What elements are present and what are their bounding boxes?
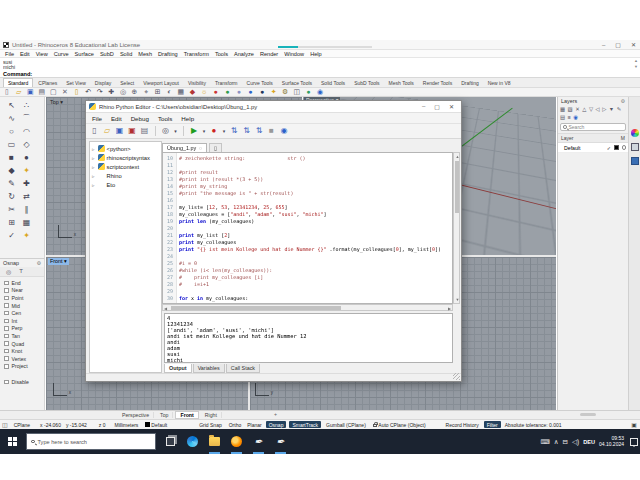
viewport-tab[interactable]: Perspective — [118, 412, 154, 418]
step-into-icon[interactable]: ⇅ — [242, 126, 251, 136]
command-scrollbar[interactable]: ▲▼ — [634, 59, 638, 69]
polygon-icon[interactable]: ◇ — [19, 139, 34, 152]
task-view-icon[interactable] — [164, 429, 177, 454]
panel-icon[interactable]: ◫ — [293, 88, 301, 96]
checkbox[interactable] — [4, 349, 9, 354]
earth-icon[interactable]: ● — [304, 88, 312, 96]
viewport-tab[interactable]: Top — [156, 412, 173, 418]
output-panel[interactable]: 412341234['andi', 'adam', 'susi', 'michi… — [164, 313, 453, 363]
checkbox[interactable] — [4, 303, 9, 308]
network-icon[interactable]: ⊟ — [563, 438, 568, 446]
gear-icon[interactable]: ⚙ — [621, 98, 625, 104]
save-script-icon[interactable]: ▣ — [115, 126, 124, 136]
toolbar-tab[interactable]: Select — [116, 79, 138, 87]
curve-icon[interactable]: ∿ — [4, 113, 19, 126]
viewport-label-top[interactable]: Top ▾ — [48, 99, 65, 106]
code-editor[interactable]: 10# zeichenkette string: str ()1112#prin… — [162, 152, 453, 304]
language-indicator[interactable]: DEU — [583, 439, 595, 445]
checkbox[interactable] — [4, 288, 9, 293]
box-icon[interactable]: ■ — [4, 152, 19, 165]
checkbox[interactable] — [4, 326, 9, 331]
color-wheel-icon[interactable] — [631, 129, 639, 137]
output-tab[interactable]: Call Stack — [226, 364, 260, 373]
toolbar-tab[interactable]: Render Tools — [419, 79, 456, 87]
gumball-icon[interactable]: ◆ — [189, 88, 197, 96]
menu-item[interactable]: Tools — [215, 51, 228, 57]
split-icon[interactable]: ∥ — [19, 204, 34, 217]
status-item[interactable]: Gumball (CPlane) — [326, 422, 366, 428]
layer-down-icon[interactable]: ▽ — [589, 106, 593, 112]
status-item[interactable]: Ortho — [229, 422, 242, 428]
checkbox[interactable] — [4, 281, 9, 286]
output-tab[interactable]: Variables — [193, 364, 225, 373]
light-icon[interactable]: ✦ — [270, 88, 278, 96]
trim-icon[interactable]: ✂ — [4, 204, 19, 217]
toolbar-separator[interactable] — [155, 126, 156, 136]
status-item[interactable]: Planar — [247, 422, 261, 428]
run-icon[interactable]: ▶ — [190, 126, 199, 136]
gear-icon[interactable]: ⚙ — [37, 260, 41, 266]
move-icon[interactable]: ✚ — [19, 178, 34, 191]
command-prompt[interactable]: Command: — [3, 71, 32, 77]
menu-item[interactable]: Drafting — [158, 51, 178, 57]
menu-item[interactable]: Window — [284, 51, 304, 57]
settings-icon[interactable]: ⚙ — [281, 88, 289, 96]
viewport-tab-scrollbar[interactable] — [580, 413, 596, 416]
clock[interactable]: 09:53 04.10.2024 — [599, 436, 624, 448]
tree-item[interactable]: ▹ Eto — [90, 180, 161, 189]
editor-menu-item[interactable]: Edit — [111, 115, 122, 122]
help-icon[interactable]: ◉ — [316, 88, 324, 96]
toolbar-tab[interactable]: Drafting — [457, 79, 483, 87]
display-panel-icon[interactable] — [631, 143, 639, 151]
debug-caret-icon[interactable]: ▾ — [222, 126, 226, 136]
debug-icon[interactable]: ● — [210, 126, 219, 136]
scrollbar-thumb[interactable] — [455, 161, 459, 213]
osnap-checkbox-row[interactable]: Vertex — [4, 355, 44, 363]
layer-help-icon[interactable]: ◉ — [573, 114, 578, 120]
output-tab[interactable]: Output — [164, 364, 192, 373]
status-item[interactable]: z 0 — [99, 422, 106, 428]
rectangle-icon[interactable]: ▭ — [4, 139, 19, 152]
wire-sphere-icon[interactable]: ● — [246, 88, 254, 96]
menu-item[interactable]: Transform — [184, 51, 209, 57]
checkbox[interactable] — [4, 296, 9, 301]
maximize-button[interactable]: ▢ — [615, 40, 621, 50]
resize-grip[interactable] — [453, 373, 460, 380]
tree-item[interactable]: ▹ Rhino — [90, 171, 161, 180]
join-icon[interactable]: ⊞ — [4, 217, 19, 230]
notification-center-icon[interactable] — [630, 438, 638, 446]
menu-item[interactable]: Mesh — [138, 51, 152, 57]
code-vertical-scrollbar[interactable]: ▲ ▼ — [453, 152, 460, 304]
layer-material-icon[interactable] — [622, 145, 627, 150]
expander-icon[interactable]: ▹ — [92, 173, 96, 179]
toolbar-tab[interactable]: Viewport Layout — [139, 79, 183, 87]
layer-row[interactable]: Default ✓ — [558, 143, 628, 153]
toolbar-tab[interactable]: Set View — [62, 79, 90, 87]
osnap-disable-row[interactable]: Disable — [4, 378, 44, 386]
status-item[interactable]: Osnap — [266, 421, 287, 428]
save-icon[interactable]: ▣ — [26, 88, 34, 96]
layer-current-check[interactable]: ✓ — [607, 145, 611, 151]
status-item[interactable]: Millimeters — [114, 422, 138, 428]
grid-icon[interactable]: ▦ — [177, 88, 185, 96]
new-script-icon[interactable]: ▯ — [90, 126, 99, 136]
menu-item[interactable]: SubD — [100, 51, 114, 57]
osnap-filter-icon[interactable]: T — [19, 268, 23, 275]
cylinder-icon[interactable]: ◆ — [4, 165, 19, 178]
new-viewport-tab-icon[interactable]: + — [272, 411, 277, 417]
menu-item[interactable]: Solid — [120, 51, 132, 57]
toolbar-tab[interactable]: Surface Tools — [278, 79, 316, 87]
layer-right-icon[interactable]: ▷ — [602, 106, 606, 112]
mesh-icon[interactable]: ▦ — [19, 217, 34, 230]
toolbar-tab[interactable]: Visibility — [184, 79, 210, 87]
osnap-checkbox-row[interactable]: Mid — [4, 302, 44, 310]
tree-item[interactable]: ▹ scriptcontext — [90, 162, 161, 171]
run-caret-icon[interactable]: ▾ — [202, 126, 206, 136]
layer-color-swatch[interactable] — [614, 145, 619, 150]
arc-icon[interactable]: ⌒ — [19, 113, 34, 126]
raytrace-sphere-icon[interactable]: ● — [258, 88, 266, 96]
layer-menu-icon[interactable]: ≡ — [568, 114, 571, 120]
toolbar-tab[interactable]: Curve Tools — [243, 79, 277, 87]
toolbar-tab[interactable]: CPlanes — [34, 79, 61, 87]
menu-item[interactable]: Render — [260, 51, 278, 57]
